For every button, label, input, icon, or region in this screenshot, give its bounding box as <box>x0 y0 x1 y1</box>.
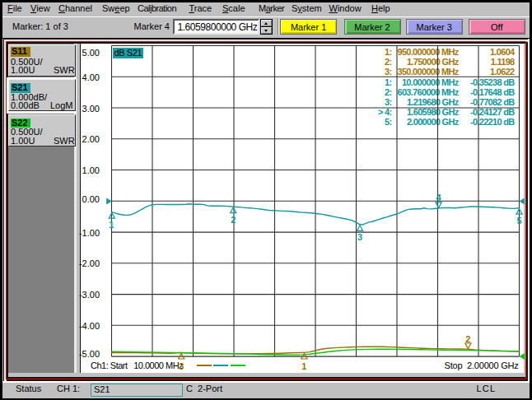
svg-text:1: 1 <box>109 220 114 230</box>
svg-text:2: 2 <box>231 215 236 225</box>
svg-text:2: 2 <box>465 334 470 344</box>
svg-text:5: 5 <box>516 216 521 226</box>
svg-text:3: 3 <box>357 232 362 242</box>
svg-text:1: 1 <box>301 361 306 371</box>
svg-text:4: 4 <box>436 193 442 202</box>
svg-text:3: 3 <box>179 361 184 371</box>
